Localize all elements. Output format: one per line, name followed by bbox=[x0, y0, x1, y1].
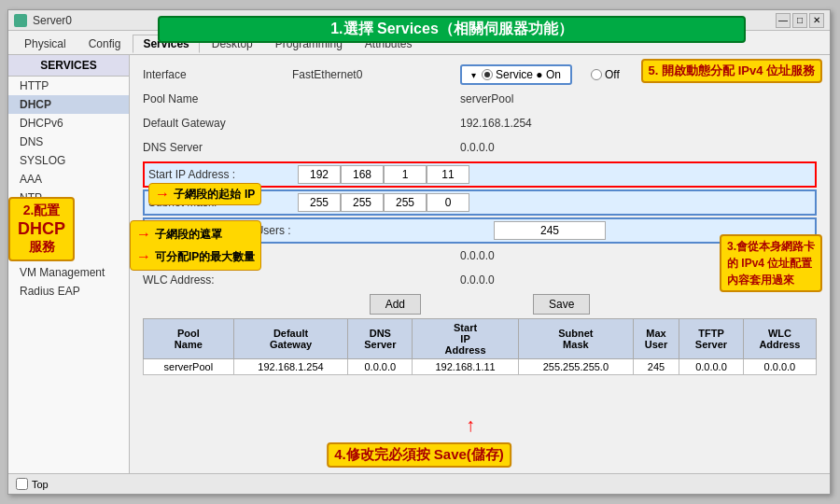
titlebar-buttons: — □ ✕ bbox=[776, 13, 824, 28]
service-off-container: Off bbox=[591, 68, 620, 81]
max-users-row: Maximum Number of Users : bbox=[143, 217, 817, 244]
minimize-button[interactable]: — bbox=[776, 13, 791, 28]
sidebar-item-ftp[interactable]: FTP bbox=[8, 226, 129, 245]
add-button[interactable]: Add bbox=[370, 294, 421, 315]
top-checkbox[interactable] bbox=[16, 478, 28, 490]
max-users-input[interactable] bbox=[494, 221, 606, 240]
tab-programming[interactable]: Programming bbox=[265, 35, 353, 53]
sidebar-item-http[interactable]: HTTP bbox=[8, 77, 129, 95]
maximize-button[interactable]: □ bbox=[792, 13, 807, 28]
col-default-gateway: DefaultGateway bbox=[233, 319, 348, 359]
tftp-label: TFTP Server: bbox=[143, 249, 292, 262]
service-off-radio[interactable] bbox=[591, 69, 602, 80]
tftp-row: TFTP Server: 0.0.0.0 bbox=[143, 245, 817, 266]
dns-server-label: DNS Server bbox=[143, 141, 292, 154]
subnet-seg4[interactable] bbox=[427, 193, 469, 212]
cell-max-user: 245 bbox=[633, 359, 679, 375]
close-button[interactable]: ✕ bbox=[809, 13, 824, 28]
wlc-row: WLC Address: 0.0.0.0 bbox=[143, 270, 817, 290]
start-ip-label: Start IP Address : bbox=[148, 168, 298, 181]
statusbar: Top bbox=[8, 473, 830, 494]
max-users-label: Maximum Number of Users : bbox=[148, 224, 298, 237]
interface-value: FastEthernet0 bbox=[292, 68, 460, 81]
main-window: Server0 — □ ✕ Physical Config Services D… bbox=[7, 9, 831, 495]
interface-label: Interface bbox=[143, 68, 292, 81]
service-on-label[interactable]: Service ● On bbox=[482, 68, 561, 81]
sidebar-item-ntp[interactable]: NTP bbox=[8, 189, 129, 207]
cell-subnet-mask: 255.255.255.0 bbox=[518, 359, 633, 375]
sidebar-header: SERVICES bbox=[8, 55, 129, 77]
dns-server-row: DNS Server 0.0.0.0 bbox=[143, 137, 817, 158]
pool-name-value: serverPool bbox=[460, 92, 572, 105]
cell-tftp-server: 0.0.0.0 bbox=[679, 359, 744, 375]
sidebar-item-dns[interactable]: DNS bbox=[8, 133, 129, 151]
sidebar-item-aaa[interactable]: AAA bbox=[8, 170, 129, 189]
subnet-seg1[interactable] bbox=[298, 193, 341, 212]
col-max-user: MaxUser bbox=[633, 319, 679, 359]
sidebar: SERVICES HTTP DHCP DHCPv6 DNS SYSLOG AAA… bbox=[8, 55, 130, 473]
service-on-radio[interactable] bbox=[482, 69, 493, 80]
start-ip-seg1[interactable] bbox=[298, 165, 341, 184]
start-ip-seg4[interactable] bbox=[427, 165, 469, 184]
top-label: Top bbox=[32, 479, 49, 490]
cell-dns-server: 0.0.0.0 bbox=[348, 359, 413, 375]
start-ip-row: Start IP Address : bbox=[143, 161, 817, 188]
tab-desktop[interactable]: Desktop bbox=[202, 35, 263, 53]
col-dns-server: DNSServer bbox=[348, 319, 413, 359]
pool-table: PoolName DefaultGateway DNSServer StartI… bbox=[143, 318, 817, 375]
col-tftp-server: TFTPServer bbox=[679, 319, 744, 359]
subnet-seg3[interactable] bbox=[384, 193, 427, 212]
tab-attributes[interactable]: Attributes bbox=[355, 35, 423, 53]
default-gateway-value: 192.168.1.254 bbox=[460, 117, 572, 130]
main-content: SERVICES HTTP DHCP DHCPv6 DNS SYSLOG AAA… bbox=[8, 55, 830, 473]
tab-physical[interactable]: Physical bbox=[14, 35, 77, 53]
sidebar-item-email[interactable]: EMAIL bbox=[8, 207, 129, 226]
service-toggle[interactable]: ▾ Service ● On bbox=[460, 64, 572, 85]
subnet-seg2[interactable] bbox=[341, 193, 384, 212]
app-icon bbox=[14, 14, 27, 27]
service-dropdown-icon: ▾ bbox=[471, 70, 476, 80]
cell-start-ip: 192.168.1.11 bbox=[413, 359, 519, 375]
sidebar-item-dhcp[interactable]: DHCP bbox=[8, 95, 129, 114]
table-row: serverPool 192.168.1.254 0.0.0.0 192.168… bbox=[144, 359, 817, 375]
interface-row: Interface FastEthernet0 ▾ Service ● On O… bbox=[143, 64, 817, 85]
tftp-value: 0.0.0.0 bbox=[460, 249, 572, 262]
subnet-mask-label: Subnet Mask: bbox=[148, 196, 298, 209]
default-gateway-label: Default Gateway bbox=[143, 117, 292, 130]
cell-default-gateway: 192.168.1.254 bbox=[233, 359, 348, 375]
sidebar-item-iot[interactable]: IoT bbox=[8, 245, 129, 263]
sidebar-item-vm-management[interactable]: VM Management bbox=[8, 263, 129, 282]
subnet-mask-row: Subnet Mask: bbox=[143, 189, 817, 216]
dns-server-value: 0.0.0.0 bbox=[460, 141, 572, 154]
right-panel: Interface FastEthernet0 ▾ Service ● On O… bbox=[130, 55, 830, 473]
window-title: Server0 bbox=[33, 14, 776, 27]
service-on-text: Service ● On bbox=[496, 68, 561, 81]
pool-name-label: Pool Name bbox=[143, 92, 292, 105]
service-off-text: Off bbox=[605, 68, 620, 81]
wlc-label: WLC Address: bbox=[143, 273, 292, 287]
tab-config[interactable]: Config bbox=[78, 35, 132, 53]
col-start-ip: StartIPAddress bbox=[413, 319, 519, 359]
sidebar-item-dhcpv6[interactable]: DHCPv6 bbox=[8, 114, 129, 133]
col-subnet-mask: SubnetMask bbox=[518, 319, 633, 359]
col-pool-name: PoolName bbox=[144, 319, 234, 359]
col-wlc-address: WLCAddress bbox=[743, 319, 816, 359]
sidebar-item-syslog[interactable]: SYSLOG bbox=[8, 151, 129, 170]
save-button[interactable]: Save bbox=[533, 294, 590, 315]
wlc-value: 0.0.0.0 bbox=[460, 273, 572, 287]
default-gateway-row: Default Gateway 192.168.1.254 bbox=[143, 113, 817, 133]
cell-wlc-address: 0.0.0.0 bbox=[743, 359, 816, 375]
nav-tabs: Physical Config Services Desktop Program… bbox=[8, 31, 830, 55]
pool-name-row: Pool Name serverPool bbox=[143, 89, 817, 109]
sidebar-item-radius-eap[interactable]: Radius EAP bbox=[8, 282, 129, 301]
cell-pool-name: serverPool bbox=[144, 359, 234, 375]
tab-services[interactable]: Services bbox=[133, 35, 199, 53]
titlebar: Server0 — □ ✕ bbox=[8, 10, 830, 31]
start-ip-seg2[interactable] bbox=[341, 165, 384, 184]
start-ip-seg3[interactable] bbox=[384, 165, 427, 184]
buttons-row: Add Save bbox=[143, 294, 817, 315]
